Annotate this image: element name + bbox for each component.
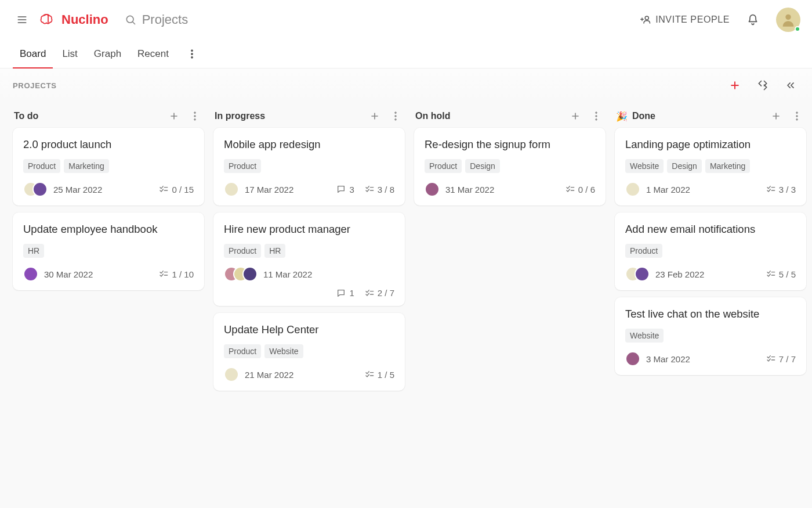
card-title: 2.0 product launch	[23, 138, 194, 151]
card-date: 25 Mar 2022	[53, 185, 102, 194]
column-add-button[interactable]	[567, 108, 583, 124]
column-more-button[interactable]	[789, 108, 805, 124]
tag: Marketing	[705, 159, 750, 173]
card[interactable]: Test live chat on the websiteWebsite3 Ma…	[615, 297, 806, 375]
column-more-button[interactable]	[588, 108, 604, 124]
avatar	[224, 367, 239, 382]
column-header: 🎉Done	[615, 105, 806, 128]
tag: Marketing	[64, 159, 108, 173]
tab-list[interactable]: List	[62, 39, 77, 68]
card-title: Hire new product manager	[224, 223, 394, 236]
column: In progressMobile app redesignProduct17 …	[213, 105, 405, 502]
card[interactable]: 2.0 product launchProductMarketing25 Mar…	[13, 128, 204, 206]
checklist-icon	[159, 269, 168, 279]
tag: Design	[667, 159, 702, 173]
svg-point-17	[194, 116, 196, 117]
checklist-icon	[766, 354, 775, 363]
tag-row: ProductMarketing	[23, 159, 194, 173]
card-meta: 31 Mar 20220 / 6	[425, 181, 595, 197]
column-header: In progress	[213, 105, 405, 128]
card-date: 31 Mar 2022	[445, 185, 494, 194]
tag: Product	[224, 344, 261, 358]
svg-point-26	[395, 116, 397, 117]
svg-line-4	[132, 22, 135, 24]
checklist-count: 0 / 6	[566, 185, 595, 194]
checklist-count: 5 / 5	[766, 269, 796, 279]
menu-icon	[16, 14, 28, 26]
more-vertical-icon	[186, 48, 198, 60]
checklist-icon	[766, 269, 775, 279]
column-more-button[interactable]	[387, 108, 404, 124]
assignee-avatars	[625, 351, 640, 366]
card-title: Re-design the signup form	[425, 138, 595, 151]
notifications-button[interactable]	[742, 9, 763, 30]
column-add-button[interactable]	[367, 108, 383, 124]
column-add-button[interactable]	[768, 108, 784, 124]
column-add-button[interactable]	[166, 108, 182, 124]
svg-point-16	[194, 112, 196, 114]
plus-icon	[729, 80, 741, 91]
chevrons-left-icon	[785, 80, 796, 91]
comment-icon	[336, 185, 346, 194]
tag: Product	[224, 244, 261, 258]
user-avatar[interactable]	[776, 8, 800, 32]
card[interactable]: Mobile app redesignProduct17 Mar 202233 …	[213, 128, 405, 206]
tag-row: ProductHR	[224, 244, 394, 258]
comment-count: 3	[336, 185, 354, 194]
avatar	[224, 182, 239, 197]
tab-graph[interactable]: Graph	[94, 39, 121, 68]
card[interactable]: Update Help CenterProductWebsite21 Mar 2…	[213, 313, 405, 391]
checklist-icon	[159, 185, 168, 194]
collapse-icon	[757, 80, 768, 91]
card-meta-extra: 12 / 7	[224, 288, 394, 298]
card[interactable]: Update employee handbookHR30 Mar 20221 /…	[13, 212, 204, 290]
menu-button[interactable]	[12, 9, 32, 30]
card[interactable]: Landing page optimizationWebsiteDesignMa…	[615, 128, 806, 206]
add-column-button[interactable]	[726, 77, 744, 94]
search-icon	[125, 14, 136, 26]
card-meta: 21 Mar 20221 / 5	[224, 366, 394, 383]
collapse-button[interactable]	[754, 77, 771, 94]
column: On holdRe-design the signup formProductD…	[414, 105, 606, 502]
svg-point-37	[596, 116, 597, 117]
search-wrap[interactable]	[125, 12, 258, 27]
card-meta: 17 Mar 202233 / 8	[224, 181, 394, 197]
svg-point-45	[796, 119, 798, 121]
assignee-avatars	[625, 266, 650, 282]
assignee-avatars	[224, 367, 239, 382]
card-meta: 23 Feb 20225 / 5	[625, 266, 796, 282]
avatar	[625, 182, 640, 197]
tag-row: ProductDesign	[425, 159, 595, 173]
card[interactable]: Hire new product managerProductHR11 Mar …	[213, 212, 405, 306]
tag-row: Product	[224, 159, 394, 173]
card[interactable]: Re-design the signup formProductDesign31…	[414, 128, 606, 206]
column-title: To do	[14, 111, 38, 121]
assignee-avatars	[23, 266, 38, 282]
card-date: 21 Mar 2022	[245, 370, 293, 380]
card[interactable]: Add new email notificationsProduct23 Feb…	[615, 212, 806, 290]
tag-row: HR	[23, 244, 194, 258]
checklist-icon	[566, 185, 575, 194]
avatar	[23, 266, 38, 282]
avatar	[242, 266, 258, 282]
brand-logo[interactable]: Nuclino	[39, 12, 108, 27]
search-input[interactable]	[142, 12, 258, 27]
checklist-count: 3 / 8	[365, 185, 394, 194]
view-tabs: BoardListGraphRecent	[0, 39, 812, 69]
card-date: 30 Mar 2022	[44, 269, 93, 279]
tab-board[interactable]: Board	[20, 39, 46, 68]
hide-panel-button[interactable]	[782, 77, 799, 94]
header-right: INVITE PEOPLE	[640, 8, 800, 32]
brain-icon	[39, 13, 57, 27]
tab-recent[interactable]: Recent	[137, 39, 169, 68]
person-icon	[780, 12, 796, 28]
card-title: Update Help Center	[224, 323, 394, 336]
tabs-more-button[interactable]	[182, 44, 202, 64]
invite-people-button[interactable]: INVITE PEOPLE	[640, 15, 730, 25]
avatar	[425, 182, 440, 197]
card-date: 1 Mar 2022	[646, 185, 690, 194]
assignee-avatars	[625, 182, 640, 197]
card-meta: 3 Mar 20227 / 7	[625, 351, 796, 367]
column-title: Done	[632, 111, 655, 121]
column-more-button[interactable]	[187, 108, 203, 124]
